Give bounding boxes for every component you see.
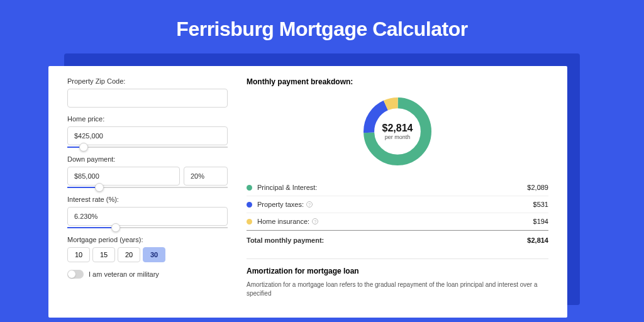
donut-center: $2,814 per month: [382, 123, 413, 140]
period-label: Mortgage period (years):: [67, 236, 228, 243]
period-tabs: 10 15 20 30: [67, 247, 228, 262]
legend-text: Property taxes:: [257, 201, 304, 208]
home-price-group: Home price:: [67, 115, 228, 148]
down-payment-pct-input[interactable]: [184, 167, 228, 186]
period-tab-30[interactable]: 30: [143, 247, 165, 262]
zip-field-group: Property Zip Code:: [67, 77, 228, 108]
legend-row-insurance: Home insurance: ? $194: [247, 213, 548, 230]
donut-chart-container: $2,814 per month: [247, 94, 548, 169]
zip-input[interactable]: [67, 89, 228, 108]
total-value: $2,814: [527, 236, 548, 244]
legend-value: $2,089: [527, 184, 548, 191]
breakdown-column: Monthly payment breakdown: $2,814 per mo…: [247, 77, 548, 318]
legend-value: $531: [533, 201, 548, 208]
donut-amount: $2,814: [382, 123, 413, 134]
home-price-input[interactable]: [67, 126, 228, 145]
interest-input[interactable]: [67, 207, 228, 226]
home-price-label: Home price:: [67, 115, 228, 123]
amortization-text: Amortization for a mortgage loan refers …: [247, 280, 548, 298]
info-icon[interactable]: ?: [306, 201, 313, 208]
period-tab-20[interactable]: 20: [118, 247, 140, 262]
amortization-title: Amortization for mortgage loan: [247, 258, 548, 275]
legend-text: Home insurance:: [257, 218, 309, 225]
slider-thumb[interactable]: [111, 223, 120, 232]
slider-thumb[interactable]: [95, 183, 104, 192]
period-tab-15[interactable]: 15: [92, 247, 115, 262]
down-payment-group: Down payment:: [67, 155, 228, 188]
donut-chart: $2,814 per month: [360, 94, 435, 169]
legend-value: $194: [533, 218, 548, 225]
period-tab-10[interactable]: 10: [67, 247, 90, 262]
donut-sub: per month: [382, 134, 413, 140]
info-icon[interactable]: ?: [312, 218, 318, 225]
legend-row-taxes: Property taxes: ? $531: [247, 196, 548, 213]
veteran-label: I am veteran or military: [89, 270, 159, 278]
veteran-toggle[interactable]: [67, 270, 84, 279]
legend-dot: [247, 219, 252, 225]
legend-dot: [247, 185, 252, 191]
legend-label: Property taxes: ?: [257, 201, 533, 208]
period-group: Mortgage period (years): 10 15 20 30: [67, 236, 228, 262]
form-column: Property Zip Code: Home price: Down paym…: [67, 77, 228, 318]
interest-group: Interest rate (%):: [67, 196, 228, 228]
legend-row-total: Total monthly payment: $2,814: [247, 230, 548, 248]
interest-label: Interest rate (%):: [67, 196, 228, 203]
interest-slider[interactable]: [67, 227, 228, 228]
slider-thumb[interactable]: [79, 143, 88, 152]
down-payment-slider[interactable]: [67, 187, 228, 188]
legend-label: Home insurance: ?: [257, 218, 533, 225]
zip-label: Property Zip Code:: [67, 77, 228, 85]
toggle-knob: [68, 270, 75, 278]
down-payment-input[interactable]: [67, 167, 180, 186]
legend-dot: [247, 202, 252, 208]
legend-row-principal: Principal & Interest: $2,089: [247, 179, 548, 196]
shadow-panel: Property Zip Code: Home price: Down paym…: [64, 53, 580, 305]
home-price-slider[interactable]: [67, 147, 228, 148]
veteran-toggle-row: I am veteran or military: [67, 270, 228, 279]
calculator-card: Property Zip Code: Home price: Down paym…: [48, 66, 567, 318]
breakdown-title: Monthly payment breakdown:: [247, 77, 548, 86]
legend-label: Principal & Interest:: [257, 184, 527, 191]
total-label: Total monthly payment:: [247, 236, 527, 244]
down-payment-label: Down payment:: [67, 155, 228, 163]
page-title: Ferrisburg Mortgage Calculator: [0, 0, 644, 53]
